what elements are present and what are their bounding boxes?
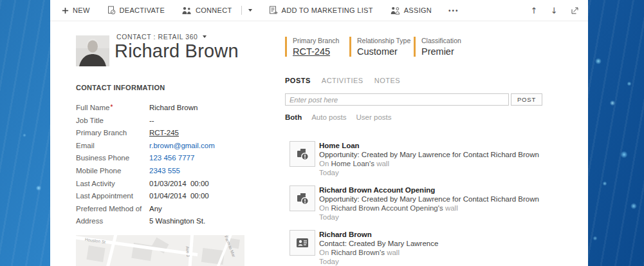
post-wall-entity[interactable]: Home Loan's (331, 160, 374, 167)
tab-posts[interactable]: POSTS (285, 77, 311, 84)
header-key-fields: Primary Branch RCT-245 Relationship Type… (285, 37, 478, 57)
filter-user-posts[interactable]: User posts (356, 113, 392, 121)
map-street-label: Ave J (185, 246, 190, 257)
post-wall-line: On Richard Brown Account Opening's wall (319, 204, 539, 213)
post-item-contact-created: Richard Brown Contact: Created By Mary L… (290, 230, 542, 266)
posts-list: Home Loan Opportunity: Created by Mary L… (285, 141, 542, 266)
post-timestamp: Today (319, 168, 539, 177)
post-title[interactable]: Richard Brown Account Opening (319, 185, 539, 195)
contact-information-section: CONTACT INFORMATION Full Name* Richard B… (76, 84, 248, 230)
field-row-last-appointment: Last Appointment 01/04/2014 00:00 (76, 192, 248, 200)
map-street-label: Houston St (85, 237, 106, 244)
field-label: Mobile Phone (76, 167, 149, 175)
field-value[interactable]: -- (149, 117, 154, 124)
key-field-value-link[interactable]: RCT-245 (293, 46, 349, 57)
tab-activities[interactable]: ACTIVITIES (322, 77, 363, 84)
add-to-marketing-list-label: ADD TO MARKETING LIST (282, 6, 373, 14)
field-value-phone-link[interactable]: 2343 555 (149, 167, 180, 175)
contact-photo (76, 35, 109, 66)
field-row-primary-branch: Primary Branch RCT-245 (76, 129, 248, 137)
connect-icon (181, 6, 192, 15)
field-value[interactable]: Any (149, 205, 162, 213)
entity-caret-down-icon (203, 35, 207, 38)
filter-auto-posts[interactable]: Auto posts (311, 113, 346, 121)
post-content: Richard Brown Account Opening Opportunit… (319, 185, 539, 222)
post-wall-entity[interactable]: Richard Brown's (331, 249, 385, 256)
connect-separator (241, 6, 242, 15)
field-label: Last Activity (76, 180, 149, 187)
field-row-mobile-phone: Mobile Phone 2343 555 (76, 167, 248, 175)
key-field-label: Primary Branch (293, 37, 349, 44)
post-content: Richard Brown Contact: Created By Mary L… (319, 230, 438, 266)
filter-both[interactable]: Both (285, 113, 302, 121)
post-item-home-loan: Home Loan Opportunity: Created by Mary L… (290, 141, 542, 177)
assign-icon (390, 6, 400, 15)
field-row-job-title: Job Title -- (76, 117, 248, 124)
tab-notes[interactable]: NOTES (374, 77, 400, 84)
field-value[interactable]: 5 Washington St. (149, 217, 205, 225)
deactivate-icon (107, 6, 116, 15)
next-record-button[interactable]: ↓ (551, 6, 558, 15)
more-commands-button[interactable]: ••• (448, 7, 459, 14)
post-content: Home Loan Opportunity: Created by Mary L… (319, 141, 539, 177)
post-button[interactable]: POST (511, 93, 542, 106)
post-wall-entity[interactable]: Richard Brown Account Opening's (331, 204, 443, 212)
field-label: Job Title (76, 117, 149, 124)
address-map[interactable]: Houston St Ave J Farm to Mar (76, 235, 244, 266)
assign-button[interactable]: ASSIGN (390, 6, 432, 15)
field-label: Address (76, 217, 149, 225)
social-pane: POSTS ACTIVITIES NOTES POST Both Auto po… (285, 77, 542, 266)
key-field-label: Relationship Type (357, 37, 414, 44)
command-bar: NEW DEACTIVATE CONNECT A (50, 0, 588, 21)
field-value[interactable]: 01/04/2014 00:00 (149, 192, 209, 200)
post-body: Opportunity: Created by Mary Lawrence fo… (319, 150, 539, 159)
record-navigation: ↑ ↓ (531, 6, 579, 15)
key-field-value[interactable]: Customer (357, 46, 414, 57)
deactivate-button-label: DEACTIVATE (120, 6, 165, 14)
post-compose-row: POST (285, 93, 542, 106)
post-wall-line: On Richard Brown's wall (319, 248, 438, 257)
field-row-business-phone: Business Phone 123 456 7777 (76, 154, 248, 162)
connect-button-label: CONNECT (196, 6, 232, 14)
field-label: Preferred Method of (76, 205, 149, 213)
page-title: Richard Brown (115, 41, 239, 62)
field-label: Primary Branch (76, 129, 149, 137)
assign-button-label: ASSIGN (404, 6, 432, 14)
deactivate-button[interactable]: DEACTIVATE (107, 6, 165, 15)
post-filters: Both Auto posts User posts (285, 113, 542, 121)
opportunity-icon (290, 185, 315, 211)
crm-window: NEW DEACTIVATE CONNECT A (50, 0, 588, 266)
field-label: Email (76, 142, 149, 149)
field-row-full-name: Full Name* Richard Brown (76, 104, 248, 111)
new-button-label: NEW (73, 6, 90, 14)
connect-button[interactable]: CONNECT (181, 6, 252, 15)
key-field-relationship-type: Relationship Type Customer (349, 37, 414, 57)
opportunity-icon (290, 141, 315, 167)
post-item-account-opening: Richard Brown Account Opening Opportunit… (290, 185, 542, 222)
post-title[interactable]: Richard Brown (319, 230, 438, 239)
key-field-label: Classification (421, 37, 478, 44)
key-field-value[interactable]: Premier (421, 46, 478, 57)
field-value-record-link[interactable]: RCT-245 (149, 129, 179, 137)
field-row-last-activity: Last Activity 01/03/2014 00:00 (76, 180, 248, 187)
post-title[interactable]: Home Loan (319, 141, 539, 150)
field-value-email-link[interactable]: r.brown@gmail.com (149, 142, 215, 149)
field-label: Last Appointment (76, 192, 149, 200)
post-input[interactable] (285, 93, 509, 106)
field-value[interactable]: 01/03/2014 00:00 (149, 180, 209, 187)
popout-icon[interactable] (571, 6, 579, 15)
field-row-email: Email r.brown@gmail.com (76, 142, 248, 149)
field-value-phone-link[interactable]: 123 456 7777 (149, 154, 194, 162)
add-to-marketing-list-button[interactable]: ADD TO MARKETING LIST (269, 6, 373, 15)
connect-caret-down-icon[interactable] (248, 9, 252, 12)
field-label: Business Phone (76, 154, 149, 162)
field-row-address: Address 5 Washington St. (76, 217, 248, 225)
marketing-list-icon (269, 6, 278, 15)
post-timestamp: Today (319, 257, 438, 266)
entity-breadcrumb[interactable]: CONTACT : RETAIL 360 (116, 33, 207, 41)
post-timestamp: Today (319, 213, 539, 222)
new-button[interactable]: NEW (62, 6, 90, 14)
previous-record-button[interactable]: ↑ (531, 6, 538, 15)
section-title: CONTACT INFORMATION (76, 84, 248, 91)
field-value[interactable]: Richard Brown (149, 104, 198, 111)
